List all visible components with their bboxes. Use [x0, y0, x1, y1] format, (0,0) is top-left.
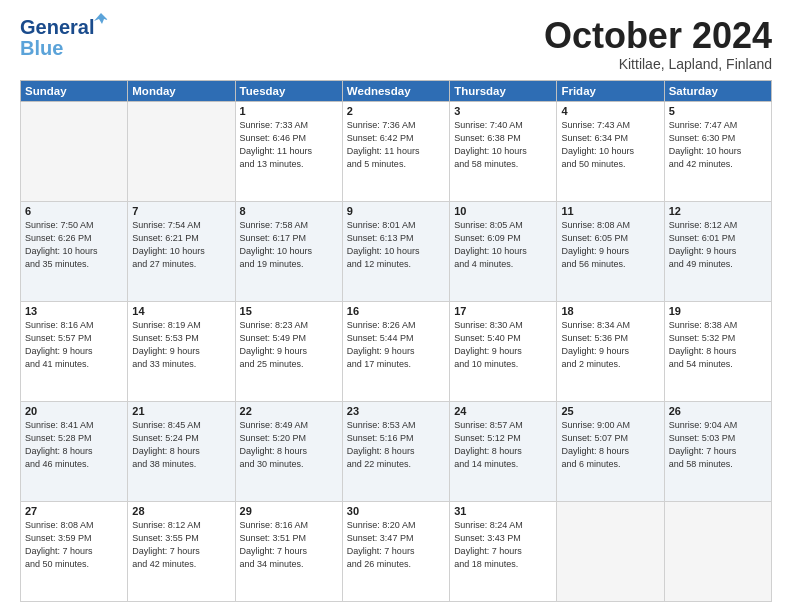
day-number: 20 — [25, 405, 123, 417]
svg-marker-0 — [94, 13, 108, 24]
table-row: 11Sunrise: 8:08 AM Sunset: 6:05 PM Dayli… — [557, 201, 664, 301]
day-info: Sunrise: 8:16 AM Sunset: 3:51 PM Dayligh… — [240, 519, 338, 571]
table-row: 21Sunrise: 8:45 AM Sunset: 5:24 PM Dayli… — [128, 401, 235, 501]
day-number: 27 — [25, 505, 123, 517]
day-number: 13 — [25, 305, 123, 317]
calendar-week-row: 27Sunrise: 8:08 AM Sunset: 3:59 PM Dayli… — [21, 501, 772, 601]
calendar-week-row: 6Sunrise: 7:50 AM Sunset: 6:26 PM Daylig… — [21, 201, 772, 301]
col-wednesday: Wednesday — [342, 80, 449, 101]
table-row: 29Sunrise: 8:16 AM Sunset: 3:51 PM Dayli… — [235, 501, 342, 601]
table-row: 12Sunrise: 8:12 AM Sunset: 6:01 PM Dayli… — [664, 201, 771, 301]
col-saturday: Saturday — [664, 80, 771, 101]
table-row: 20Sunrise: 8:41 AM Sunset: 5:28 PM Dayli… — [21, 401, 128, 501]
day-info: Sunrise: 8:23 AM Sunset: 5:49 PM Dayligh… — [240, 319, 338, 371]
title-block: October 2024 Kittilae, Lapland, Finland — [544, 16, 772, 72]
day-number: 8 — [240, 205, 338, 217]
day-info: Sunrise: 8:20 AM Sunset: 3:47 PM Dayligh… — [347, 519, 445, 571]
table-row: 8Sunrise: 7:58 AM Sunset: 6:17 PM Daylig… — [235, 201, 342, 301]
day-info: Sunrise: 8:16 AM Sunset: 5:57 PM Dayligh… — [25, 319, 123, 371]
day-info: Sunrise: 8:26 AM Sunset: 5:44 PM Dayligh… — [347, 319, 445, 371]
day-number: 3 — [454, 105, 552, 117]
table-row: 9Sunrise: 8:01 AM Sunset: 6:13 PM Daylig… — [342, 201, 449, 301]
day-number: 14 — [132, 305, 230, 317]
day-number: 29 — [240, 505, 338, 517]
col-friday: Friday — [557, 80, 664, 101]
day-number: 21 — [132, 405, 230, 417]
day-number: 12 — [669, 205, 767, 217]
header: General Blue October 2024 Kittilae, Lapl… — [20, 16, 772, 72]
day-info: Sunrise: 8:01 AM Sunset: 6:13 PM Dayligh… — [347, 219, 445, 271]
table-row: 13Sunrise: 8:16 AM Sunset: 5:57 PM Dayli… — [21, 301, 128, 401]
day-info: Sunrise: 7:54 AM Sunset: 6:21 PM Dayligh… — [132, 219, 230, 271]
day-info: Sunrise: 8:57 AM Sunset: 5:12 PM Dayligh… — [454, 419, 552, 471]
table-row: 16Sunrise: 8:26 AM Sunset: 5:44 PM Dayli… — [342, 301, 449, 401]
table-row: 22Sunrise: 8:49 AM Sunset: 5:20 PM Dayli… — [235, 401, 342, 501]
calendar-week-row: 1Sunrise: 7:33 AM Sunset: 6:46 PM Daylig… — [21, 101, 772, 201]
location-subtitle: Kittilae, Lapland, Finland — [544, 56, 772, 72]
day-number: 17 — [454, 305, 552, 317]
day-info: Sunrise: 8:12 AM Sunset: 3:55 PM Dayligh… — [132, 519, 230, 571]
day-info: Sunrise: 8:41 AM Sunset: 5:28 PM Dayligh… — [25, 419, 123, 471]
day-number: 26 — [669, 405, 767, 417]
day-info: Sunrise: 8:24 AM Sunset: 3:43 PM Dayligh… — [454, 519, 552, 571]
day-number: 18 — [561, 305, 659, 317]
day-info: Sunrise: 7:36 AM Sunset: 6:42 PM Dayligh… — [347, 119, 445, 171]
day-info: Sunrise: 8:12 AM Sunset: 6:01 PM Dayligh… — [669, 219, 767, 271]
table-row — [128, 101, 235, 201]
day-info: Sunrise: 8:45 AM Sunset: 5:24 PM Dayligh… — [132, 419, 230, 471]
table-row: 4Sunrise: 7:43 AM Sunset: 6:34 PM Daylig… — [557, 101, 664, 201]
table-row: 19Sunrise: 8:38 AM Sunset: 5:32 PM Dayli… — [664, 301, 771, 401]
day-info: Sunrise: 9:04 AM Sunset: 5:03 PM Dayligh… — [669, 419, 767, 471]
table-row: 23Sunrise: 8:53 AM Sunset: 5:16 PM Dayli… — [342, 401, 449, 501]
calendar-week-row: 13Sunrise: 8:16 AM Sunset: 5:57 PM Dayli… — [21, 301, 772, 401]
day-info: Sunrise: 7:43 AM Sunset: 6:34 PM Dayligh… — [561, 119, 659, 171]
logo-blue: Blue — [20, 37, 63, 60]
table-row: 24Sunrise: 8:57 AM Sunset: 5:12 PM Dayli… — [450, 401, 557, 501]
table-row: 26Sunrise: 9:04 AM Sunset: 5:03 PM Dayli… — [664, 401, 771, 501]
day-number: 10 — [454, 205, 552, 217]
day-info: Sunrise: 7:50 AM Sunset: 6:26 PM Dayligh… — [25, 219, 123, 271]
day-number: 25 — [561, 405, 659, 417]
day-number: 19 — [669, 305, 767, 317]
day-info: Sunrise: 8:53 AM Sunset: 5:16 PM Dayligh… — [347, 419, 445, 471]
table-row: 17Sunrise: 8:30 AM Sunset: 5:40 PM Dayli… — [450, 301, 557, 401]
calendar-header-row: Sunday Monday Tuesday Wednesday Thursday… — [21, 80, 772, 101]
day-info: Sunrise: 8:19 AM Sunset: 5:53 PM Dayligh… — [132, 319, 230, 371]
logo-general: General — [20, 16, 94, 38]
day-info: Sunrise: 8:05 AM Sunset: 6:09 PM Dayligh… — [454, 219, 552, 271]
table-row: 14Sunrise: 8:19 AM Sunset: 5:53 PM Dayli… — [128, 301, 235, 401]
logo: General Blue — [20, 16, 94, 60]
col-thursday: Thursday — [450, 80, 557, 101]
table-row: 10Sunrise: 8:05 AM Sunset: 6:09 PM Dayli… — [450, 201, 557, 301]
col-sunday: Sunday — [21, 80, 128, 101]
table-row: 31Sunrise: 8:24 AM Sunset: 3:43 PM Dayli… — [450, 501, 557, 601]
day-number: 23 — [347, 405, 445, 417]
table-row — [557, 501, 664, 601]
month-title: October 2024 — [544, 16, 772, 56]
day-info: Sunrise: 8:38 AM Sunset: 5:32 PM Dayligh… — [669, 319, 767, 371]
day-number: 4 — [561, 105, 659, 117]
day-info: Sunrise: 8:49 AM Sunset: 5:20 PM Dayligh… — [240, 419, 338, 471]
table-row: 1Sunrise: 7:33 AM Sunset: 6:46 PM Daylig… — [235, 101, 342, 201]
day-info: Sunrise: 7:58 AM Sunset: 6:17 PM Dayligh… — [240, 219, 338, 271]
day-info: Sunrise: 8:08 AM Sunset: 6:05 PM Dayligh… — [561, 219, 659, 271]
table-row: 15Sunrise: 8:23 AM Sunset: 5:49 PM Dayli… — [235, 301, 342, 401]
day-number: 22 — [240, 405, 338, 417]
day-number: 6 — [25, 205, 123, 217]
table-row: 25Sunrise: 9:00 AM Sunset: 5:07 PM Dayli… — [557, 401, 664, 501]
day-info: Sunrise: 7:40 AM Sunset: 6:38 PM Dayligh… — [454, 119, 552, 171]
day-number: 7 — [132, 205, 230, 217]
table-row: 5Sunrise: 7:47 AM Sunset: 6:30 PM Daylig… — [664, 101, 771, 201]
table-row: 18Sunrise: 8:34 AM Sunset: 5:36 PM Dayli… — [557, 301, 664, 401]
table-row: 2Sunrise: 7:36 AM Sunset: 6:42 PM Daylig… — [342, 101, 449, 201]
page: General Blue October 2024 Kittilae, Lapl… — [0, 0, 792, 612]
day-info: Sunrise: 7:47 AM Sunset: 6:30 PM Dayligh… — [669, 119, 767, 171]
table-row: 6Sunrise: 7:50 AM Sunset: 6:26 PM Daylig… — [21, 201, 128, 301]
day-info: Sunrise: 8:34 AM Sunset: 5:36 PM Dayligh… — [561, 319, 659, 371]
day-number: 1 — [240, 105, 338, 117]
table-row: 3Sunrise: 7:40 AM Sunset: 6:38 PM Daylig… — [450, 101, 557, 201]
table-row: 27Sunrise: 8:08 AM Sunset: 3:59 PM Dayli… — [21, 501, 128, 601]
day-number: 5 — [669, 105, 767, 117]
day-number: 28 — [132, 505, 230, 517]
logo-bird-icon — [94, 12, 108, 26]
